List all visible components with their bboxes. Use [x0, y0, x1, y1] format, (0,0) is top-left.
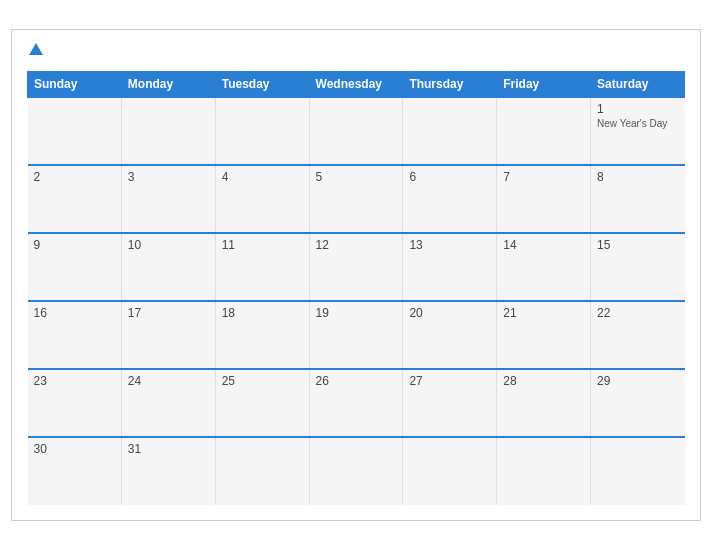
day-number: 27	[409, 374, 490, 388]
calendar-cell: 30	[28, 437, 122, 505]
calendar-cell: 29	[591, 369, 685, 437]
calendar-cell: 12	[309, 233, 403, 301]
weekday-header-wednesday: Wednesday	[309, 72, 403, 98]
day-number: 10	[128, 238, 209, 252]
day-number: 29	[597, 374, 678, 388]
calendar-cell: 11	[215, 233, 309, 301]
calendar-cell: 4	[215, 165, 309, 233]
calendar-cell: 19	[309, 301, 403, 369]
day-number: 19	[316, 306, 397, 320]
day-number: 21	[503, 306, 584, 320]
calendar-week-row: 2345678	[28, 165, 685, 233]
day-number: 1	[597, 102, 678, 116]
calendar-cell: 9	[28, 233, 122, 301]
calendar-cell: 24	[121, 369, 215, 437]
calendar-cell: 3	[121, 165, 215, 233]
day-number: 14	[503, 238, 584, 252]
calendar-cell: 15	[591, 233, 685, 301]
calendar-cell: 6	[403, 165, 497, 233]
weekday-header-thursday: Thursday	[403, 72, 497, 98]
calendar-cell: 5	[309, 165, 403, 233]
calendar-cell	[121, 97, 215, 165]
calendar-cell: 7	[497, 165, 591, 233]
day-number: 30	[34, 442, 115, 456]
day-number: 15	[597, 238, 678, 252]
logo-general-text	[27, 40, 43, 58]
calendar-cell	[309, 97, 403, 165]
calendar-cell: 23	[28, 369, 122, 437]
calendar-cell	[309, 437, 403, 505]
calendar-cell: 22	[591, 301, 685, 369]
day-number: 5	[316, 170, 397, 184]
logo-area	[27, 40, 43, 58]
calendar-cell	[591, 437, 685, 505]
calendar-cell	[497, 97, 591, 165]
weekday-header-friday: Friday	[497, 72, 591, 98]
day-number: 25	[222, 374, 303, 388]
calendar-header	[27, 40, 685, 64]
calendar-cell: 17	[121, 301, 215, 369]
calendar-cell: 25	[215, 369, 309, 437]
calendar-cell	[215, 97, 309, 165]
calendar-cell: 26	[309, 369, 403, 437]
logo-triangle-icon	[29, 43, 43, 55]
calendar-cell: 1New Year's Day	[591, 97, 685, 165]
day-number: 8	[597, 170, 678, 184]
day-number: 9	[34, 238, 115, 252]
calendar-cell: 27	[403, 369, 497, 437]
calendar-week-row: 3031	[28, 437, 685, 505]
day-number: 18	[222, 306, 303, 320]
calendar-cell: 8	[591, 165, 685, 233]
calendar-container: SundayMondayTuesdayWednesdayThursdayFrid…	[11, 29, 701, 522]
day-number: 13	[409, 238, 490, 252]
weekday-header-saturday: Saturday	[591, 72, 685, 98]
calendar-cell	[28, 97, 122, 165]
weekday-header-monday: Monday	[121, 72, 215, 98]
calendar-cell: 2	[28, 165, 122, 233]
day-number: 23	[34, 374, 115, 388]
day-number: 11	[222, 238, 303, 252]
weekday-header-sunday: Sunday	[28, 72, 122, 98]
day-number: 22	[597, 306, 678, 320]
day-number: 26	[316, 374, 397, 388]
calendar-cell: 18	[215, 301, 309, 369]
day-number: 16	[34, 306, 115, 320]
calendar-cell: 21	[497, 301, 591, 369]
day-number: 2	[34, 170, 115, 184]
calendar-grid: SundayMondayTuesdayWednesdayThursdayFrid…	[27, 71, 685, 505]
day-number: 17	[128, 306, 209, 320]
calendar-cell	[497, 437, 591, 505]
weekday-header-row: SundayMondayTuesdayWednesdayThursdayFrid…	[28, 72, 685, 98]
calendar-cell: 31	[121, 437, 215, 505]
calendar-week-row: 16171819202122	[28, 301, 685, 369]
day-number: 4	[222, 170, 303, 184]
day-number: 31	[128, 442, 209, 456]
calendar-cell: 10	[121, 233, 215, 301]
day-number: 3	[128, 170, 209, 184]
calendar-cell: 20	[403, 301, 497, 369]
calendar-tbody: 1New Year's Day2345678910111213141516171…	[28, 97, 685, 505]
day-number: 24	[128, 374, 209, 388]
day-event: New Year's Day	[597, 118, 678, 129]
calendar-thead: SundayMondayTuesdayWednesdayThursdayFrid…	[28, 72, 685, 98]
calendar-cell: 28	[497, 369, 591, 437]
day-number: 20	[409, 306, 490, 320]
day-number: 7	[503, 170, 584, 184]
day-number: 28	[503, 374, 584, 388]
weekday-header-tuesday: Tuesday	[215, 72, 309, 98]
calendar-week-row: 23242526272829	[28, 369, 685, 437]
day-number: 12	[316, 238, 397, 252]
calendar-week-row: 1New Year's Day	[28, 97, 685, 165]
calendar-cell	[403, 437, 497, 505]
calendar-cell: 16	[28, 301, 122, 369]
calendar-cell	[403, 97, 497, 165]
calendar-cell: 13	[403, 233, 497, 301]
calendar-week-row: 9101112131415	[28, 233, 685, 301]
calendar-cell	[215, 437, 309, 505]
calendar-cell: 14	[497, 233, 591, 301]
day-number: 6	[409, 170, 490, 184]
